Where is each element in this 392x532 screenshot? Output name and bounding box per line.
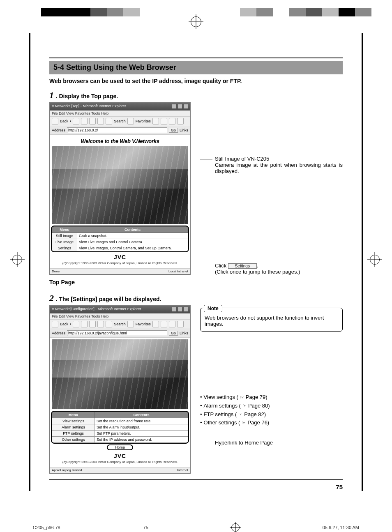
browser-title-2: V.Networks[Configuration] - Microsoft In…: [52, 307, 141, 313]
jvc-logo: JVC: [52, 254, 188, 260]
favorites-label: Favorites: [136, 119, 151, 123]
view-settings-desc: Set the resolution and frame rate.: [95, 418, 188, 424]
view-settings-link[interactable]: View settings: [52, 418, 95, 424]
other-settings-link[interactable]: Other settings: [52, 437, 95, 443]
bullet-view: View settings (: [204, 393, 238, 402]
status-bar-2: Applet mjpeg started Internet: [50, 467, 190, 473]
home-link[interactable]: Home: [107, 444, 133, 450]
annot-click-desc: (Click once to jump to these pages.): [215, 269, 300, 275]
links-label: Links: [180, 128, 188, 132]
crosshair-icon: [191, 16, 201, 27]
window-buttons-2[interactable]: [171, 307, 188, 313]
favorites-icon[interactable]: [127, 118, 134, 124]
go-button[interactable]: Go: [169, 128, 178, 133]
edit-icon-2[interactable]: [177, 321, 184, 327]
home-button[interactable]: [97, 118, 104, 124]
browser-titlebar: V.Networks [Top] - Microsoft Internet Ex…: [50, 103, 190, 111]
bullet-other-page: Page 76): [247, 419, 269, 427]
address-label-2: Address: [52, 331, 65, 335]
forward-button[interactable]: [73, 118, 79, 124]
note-box: Note Web browsers do not support the fun…: [200, 308, 343, 332]
pointing-hand-icon: ☞: [238, 411, 242, 418]
step-1-number: 1: [49, 90, 54, 101]
other-settings-desc: Set the IP address and password.: [95, 437, 188, 443]
pointing-hand-icon: ☞: [242, 402, 247, 410]
bullet-view-page: Page 79): [246, 393, 267, 402]
annot-home-link-text: Hyperlink to Home Page: [215, 440, 273, 446]
mail-icon-2[interactable]: [161, 321, 167, 327]
footer-left: C205_p66-78: [33, 525, 60, 530]
menu-live-image-desc: View Live Images and Control Camera.: [77, 239, 188, 245]
alarm-settings-link[interactable]: Alarm settings: [52, 424, 95, 431]
back-button[interactable]: [52, 118, 58, 124]
footer-mid: 75: [143, 525, 148, 530]
stop-button-2[interactable]: [81, 321, 88, 327]
settings-button-chip[interactable]: Settings: [228, 263, 257, 269]
table-row: Live Image View Live Images and Control …: [52, 239, 188, 245]
section-header: 5-4 Setting Using the Web Browser: [49, 61, 343, 74]
print-icon[interactable]: [169, 118, 175, 124]
step-2-text: The [Settings] page will be displayed.: [59, 296, 161, 302]
ftp-settings-desc: Set FTP parameters.: [95, 431, 188, 437]
history-icon[interactable]: [152, 118, 159, 124]
ftp-settings-link[interactable]: FTP settings: [52, 431, 95, 437]
status-right-2: Internet: [177, 468, 188, 472]
table-row: Alarm settings Set the Alarm input/outpu…: [52, 424, 188, 431]
search-label: Search: [114, 119, 126, 123]
address-bar-2: Address Go Links: [50, 329, 190, 338]
trim-bar-right: [362, 33, 363, 491]
mail-icon[interactable]: [161, 118, 167, 124]
step-1: 1. Display the Top page.: [49, 90, 343, 101]
edit-icon[interactable]: [177, 118, 184, 124]
jvc-logo-2: JVC: [52, 453, 188, 459]
status-right: Local intranet: [168, 269, 188, 273]
annot-still-desc: Camera image at the point when browsing …: [215, 162, 343, 174]
search-icon[interactable]: [106, 118, 112, 124]
menu-still-image-link[interactable]: Still Image: [52, 233, 77, 239]
bullet-ftp: FTP settings (: [204, 410, 237, 419]
browser-window-settings: V.Networks[Configuration] - Microsoft In…: [49, 305, 191, 474]
table-row: Still Image Grab a snapshot.: [52, 233, 188, 239]
camera-still-image-2: [52, 339, 188, 409]
status-left-2: Applet mjpeg started: [52, 468, 82, 472]
annot-still-title: Still Image of VN-C205: [215, 156, 343, 162]
bullet-alarm-page: Page 80): [248, 402, 270, 410]
browser-titlebar-2: V.Networks[Configuration] - Microsoft In…: [50, 306, 190, 313]
refresh-button[interactable]: [89, 118, 96, 124]
copyright-text: (c)Copyright 1999-2003 Victor Company of…: [52, 261, 188, 265]
favorites-icon-2[interactable]: [127, 321, 134, 327]
table-row: View settings Set the resolution and fra…: [52, 418, 188, 424]
menu-header-2: Menu: [52, 412, 95, 418]
crosshair-left-icon: [12, 255, 22, 265]
back-label: Back: [60, 119, 68, 123]
go-button-2[interactable]: Go: [169, 331, 178, 336]
address-input-2[interactable]: [67, 330, 167, 336]
stop-button[interactable]: [81, 118, 88, 124]
home-button-2[interactable]: [97, 321, 104, 327]
links-label-2: Links: [180, 331, 188, 335]
trim-bar-left: [29, 33, 30, 491]
browser-menubar-2[interactable]: File Edit View Favorites Tools Help: [50, 313, 190, 320]
forward-button-2[interactable]: [73, 321, 79, 327]
pointing-hand-icon: ☞: [242, 419, 246, 427]
browser-menubar[interactable]: File Edit View Favorites Tools Help: [50, 111, 190, 117]
menu-settings-link[interactable]: Settings: [52, 245, 77, 251]
pointing-hand-icon: ☞: [240, 394, 244, 401]
window-buttons[interactable]: [171, 104, 188, 110]
note-text: Web browsers do not support the function…: [205, 315, 338, 327]
annotation-home-link: Hyperlink to Home Page: [200, 440, 343, 446]
table-row: FTP settings Set FTP parameters.: [52, 431, 188, 437]
status-bar: Done Local intranet: [50, 268, 190, 274]
browser-toolbar[interactable]: Back • Search Favorites: [50, 117, 190, 126]
refresh-button-2[interactable]: [89, 321, 96, 327]
table-row: Other settings Set the IP address and pa…: [52, 437, 188, 443]
history-icon-2[interactable]: [152, 321, 159, 327]
search-icon-2[interactable]: [106, 321, 112, 327]
browser-toolbar-2[interactable]: Back • Search Favorites: [50, 320, 190, 329]
back-button-2[interactable]: [52, 321, 58, 327]
copyright-text-2: (c)Copyright 1999-2003 Victor Company of…: [52, 460, 188, 464]
address-input[interactable]: [67, 127, 167, 133]
print-icon-2[interactable]: [169, 321, 175, 327]
menu-live-image-link[interactable]: Live Image: [52, 239, 77, 245]
step-2: 2. The [Settings] page will be displayed…: [49, 293, 343, 304]
